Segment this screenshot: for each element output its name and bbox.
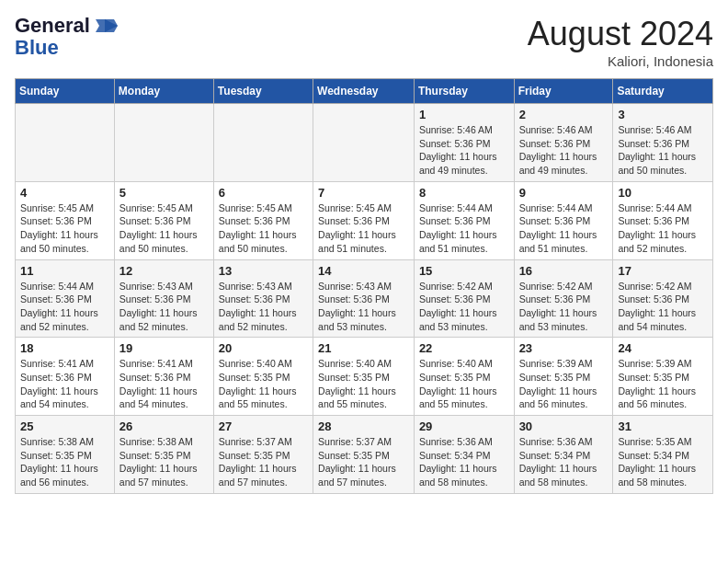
cell-week4-day1: 19Sunrise: 5:41 AM Sunset: 5:36 PM Dayli… bbox=[114, 338, 213, 416]
day-number: 3 bbox=[618, 108, 708, 121]
header-thursday: Thursday bbox=[414, 79, 514, 104]
cell-week2-day0: 4Sunrise: 5:45 AM Sunset: 5:36 PM Daylig… bbox=[16, 181, 115, 259]
day-info: Sunrise: 5:45 AM Sunset: 5:36 PM Dayligh… bbox=[119, 201, 209, 256]
cell-week2-day2: 6Sunrise: 5:45 AM Sunset: 5:36 PM Daylig… bbox=[213, 181, 313, 259]
cell-week4-day5: 23Sunrise: 5:39 AM Sunset: 5:35 PM Dayli… bbox=[514, 338, 613, 416]
day-info: Sunrise: 5:38 AM Sunset: 5:35 PM Dayligh… bbox=[20, 435, 109, 489]
cell-week2-day4: 8Sunrise: 5:44 AM Sunset: 5:36 PM Daylig… bbox=[414, 181, 514, 259]
cell-week3-day2: 13Sunrise: 5:43 AM Sunset: 5:36 PM Dayli… bbox=[213, 259, 313, 338]
day-number: 17 bbox=[618, 264, 708, 278]
day-info: Sunrise: 5:40 AM Sunset: 5:35 PM Dayligh… bbox=[318, 357, 409, 411]
cell-week4-day3: 21Sunrise: 5:40 AM Sunset: 5:35 PM Dayli… bbox=[313, 338, 415, 416]
calendar-header-row: SundayMondayTuesdayWednesdayThursdayFrid… bbox=[16, 79, 713, 104]
day-number: 28 bbox=[318, 419, 409, 433]
day-info: Sunrise: 5:43 AM Sunset: 5:36 PM Dayligh… bbox=[219, 280, 308, 334]
cell-week4-day2: 20Sunrise: 5:40 AM Sunset: 5:35 PM Dayli… bbox=[213, 338, 313, 416]
day-number: 7 bbox=[318, 186, 409, 200]
day-number: 4 bbox=[20, 186, 109, 200]
cell-week2-day5: 9Sunrise: 5:44 AM Sunset: 5:36 PM Daylig… bbox=[514, 181, 613, 259]
cell-week4-day4: 22Sunrise: 5:40 AM Sunset: 5:35 PM Dayli… bbox=[414, 338, 514, 416]
cell-week4-day6: 24Sunrise: 5:39 AM Sunset: 5:35 PM Dayli… bbox=[613, 338, 713, 416]
week-row-1: 1Sunrise: 5:46 AM Sunset: 5:36 PM Daylig… bbox=[16, 104, 713, 182]
cell-week3-day6: 17Sunrise: 5:42 AM Sunset: 5:36 PM Dayli… bbox=[613, 259, 713, 338]
cell-week5-day4: 29Sunrise: 5:36 AM Sunset: 5:34 PM Dayli… bbox=[414, 416, 514, 494]
day-info: Sunrise: 5:46 AM Sunset: 5:36 PM Dayligh… bbox=[419, 123, 509, 178]
day-info: Sunrise: 5:46 AM Sunset: 5:36 PM Dayligh… bbox=[618, 123, 708, 178]
calendar-table: SundayMondayTuesdayWednesdayThursdayFrid… bbox=[15, 78, 713, 494]
day-number: 20 bbox=[219, 341, 308, 355]
day-info: Sunrise: 5:41 AM Sunset: 5:36 PM Dayligh… bbox=[119, 357, 209, 411]
day-info: Sunrise: 5:43 AM Sunset: 5:36 PM Dayligh… bbox=[318, 280, 409, 334]
day-number: 5 bbox=[119, 186, 209, 200]
day-info: Sunrise: 5:37 AM Sunset: 5:35 PM Dayligh… bbox=[219, 435, 308, 489]
week-row-4: 18Sunrise: 5:41 AM Sunset: 5:36 PM Dayli… bbox=[16, 338, 713, 416]
day-info: Sunrise: 5:40 AM Sunset: 5:35 PM Dayligh… bbox=[419, 357, 509, 411]
day-number: 30 bbox=[519, 419, 609, 433]
day-number: 29 bbox=[419, 419, 509, 433]
day-info: Sunrise: 5:46 AM Sunset: 5:36 PM Dayligh… bbox=[519, 123, 609, 178]
header-wednesday: Wednesday bbox=[313, 79, 415, 104]
header-friday: Friday bbox=[514, 79, 613, 104]
day-info: Sunrise: 5:40 AM Sunset: 5:35 PM Dayligh… bbox=[219, 357, 308, 411]
week-row-2: 4Sunrise: 5:45 AM Sunset: 5:36 PM Daylig… bbox=[16, 181, 713, 259]
logo-blue-text: Blue bbox=[15, 37, 59, 59]
logo: General Blue bbox=[15, 15, 118, 59]
day-number: 12 bbox=[119, 264, 209, 278]
week-row-3: 11Sunrise: 5:44 AM Sunset: 5:36 PM Dayli… bbox=[16, 259, 713, 338]
day-number: 8 bbox=[419, 186, 509, 200]
cell-week3-day4: 15Sunrise: 5:42 AM Sunset: 5:36 PM Dayli… bbox=[414, 259, 514, 338]
day-number: 6 bbox=[219, 186, 308, 200]
cell-week2-day1: 5Sunrise: 5:45 AM Sunset: 5:36 PM Daylig… bbox=[114, 181, 213, 259]
day-number: 27 bbox=[219, 419, 308, 433]
cell-week1-day1 bbox=[114, 104, 213, 182]
day-info: Sunrise: 5:36 AM Sunset: 5:34 PM Dayligh… bbox=[419, 435, 509, 489]
day-number: 10 bbox=[618, 186, 708, 200]
day-number: 19 bbox=[119, 341, 209, 355]
day-info: Sunrise: 5:42 AM Sunset: 5:36 PM Dayligh… bbox=[618, 280, 708, 334]
cell-week2-day3: 7Sunrise: 5:45 AM Sunset: 5:36 PM Daylig… bbox=[313, 181, 415, 259]
day-number: 25 bbox=[20, 419, 109, 433]
header-sunday: Sunday bbox=[16, 79, 115, 104]
cell-week5-day3: 28Sunrise: 5:37 AM Sunset: 5:35 PM Dayli… bbox=[313, 416, 415, 494]
cell-week4-day0: 18Sunrise: 5:41 AM Sunset: 5:36 PM Dayli… bbox=[16, 338, 115, 416]
cell-week1-day3 bbox=[313, 104, 415, 182]
header-tuesday: Tuesday bbox=[213, 79, 313, 104]
day-info: Sunrise: 5:39 AM Sunset: 5:35 PM Dayligh… bbox=[519, 357, 609, 411]
day-number: 1 bbox=[419, 108, 509, 121]
cell-week1-day2 bbox=[213, 104, 313, 182]
cell-week5-day5: 30Sunrise: 5:36 AM Sunset: 5:34 PM Dayli… bbox=[514, 416, 613, 494]
day-number: 11 bbox=[20, 264, 109, 278]
day-info: Sunrise: 5:38 AM Sunset: 5:35 PM Dayligh… bbox=[119, 435, 209, 489]
cell-week1-day4: 1Sunrise: 5:46 AM Sunset: 5:36 PM Daylig… bbox=[414, 104, 514, 182]
cell-week5-day2: 27Sunrise: 5:37 AM Sunset: 5:35 PM Dayli… bbox=[213, 416, 313, 494]
logo-text: General bbox=[15, 15, 90, 37]
cell-week3-day1: 12Sunrise: 5:43 AM Sunset: 5:36 PM Dayli… bbox=[114, 259, 213, 338]
day-number: 26 bbox=[119, 419, 209, 433]
cell-week1-day5: 2Sunrise: 5:46 AM Sunset: 5:36 PM Daylig… bbox=[514, 104, 613, 182]
day-number: 24 bbox=[618, 341, 708, 355]
day-info: Sunrise: 5:44 AM Sunset: 5:36 PM Dayligh… bbox=[519, 201, 609, 256]
cell-week5-day1: 26Sunrise: 5:38 AM Sunset: 5:35 PM Dayli… bbox=[114, 416, 213, 494]
day-info: Sunrise: 5:43 AM Sunset: 5:36 PM Dayligh… bbox=[119, 280, 209, 334]
day-info: Sunrise: 5:36 AM Sunset: 5:34 PM Dayligh… bbox=[519, 435, 609, 489]
day-info: Sunrise: 5:41 AM Sunset: 5:36 PM Dayligh… bbox=[20, 357, 109, 411]
day-info: Sunrise: 5:42 AM Sunset: 5:36 PM Dayligh… bbox=[419, 280, 509, 334]
logo-arrow-icon bbox=[92, 17, 118, 34]
day-number: 13 bbox=[219, 264, 308, 278]
day-info: Sunrise: 5:45 AM Sunset: 5:36 PM Dayligh… bbox=[20, 201, 109, 256]
title-block: August 2024 Kaliori, Indonesia bbox=[528, 15, 713, 69]
cell-week3-day5: 16Sunrise: 5:42 AM Sunset: 5:36 PM Dayli… bbox=[514, 259, 613, 338]
header-monday: Monday bbox=[114, 79, 213, 104]
day-info: Sunrise: 5:35 AM Sunset: 5:34 PM Dayligh… bbox=[618, 435, 708, 489]
cell-week1-day0 bbox=[16, 104, 115, 182]
day-number: 14 bbox=[318, 264, 409, 278]
day-info: Sunrise: 5:45 AM Sunset: 5:36 PM Dayligh… bbox=[219, 201, 308, 256]
day-number: 18 bbox=[20, 341, 109, 355]
cell-week5-day6: 31Sunrise: 5:35 AM Sunset: 5:34 PM Dayli… bbox=[613, 416, 713, 494]
page-header: General Blue August 2024 Kaliori, Indone… bbox=[15, 15, 713, 69]
day-number: 22 bbox=[419, 341, 509, 355]
day-number: 23 bbox=[519, 341, 609, 355]
day-info: Sunrise: 5:44 AM Sunset: 5:36 PM Dayligh… bbox=[20, 280, 109, 334]
day-info: Sunrise: 5:37 AM Sunset: 5:35 PM Dayligh… bbox=[318, 435, 409, 489]
header-saturday: Saturday bbox=[613, 79, 713, 104]
